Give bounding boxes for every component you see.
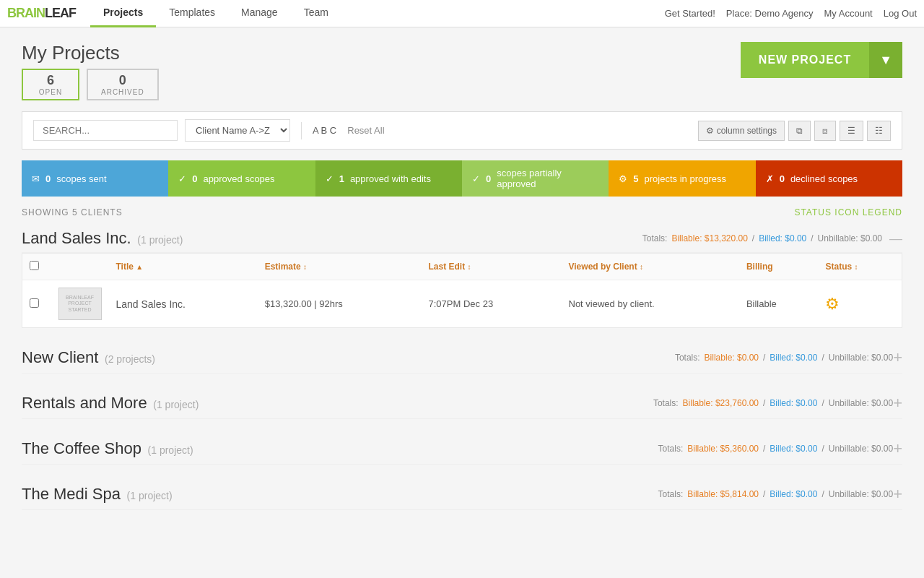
new-client-count: (2 projects) bbox=[105, 353, 155, 365]
expand-coffee-shop-button[interactable]: + bbox=[893, 439, 902, 458]
rentals-name: Rentals and More bbox=[22, 394, 147, 412]
search-input[interactable] bbox=[33, 120, 178, 141]
client-header-medi-spa[interactable]: The Medi Spa (1 project) Totals: Billabl… bbox=[22, 479, 902, 510]
my-account-link[interactable]: My Account bbox=[824, 8, 873, 19]
grid-view-button[interactable]: ☷ bbox=[867, 121, 891, 141]
approved-label: approved scopes bbox=[204, 173, 275, 184]
expand-new-client-button[interactable]: + bbox=[893, 348, 902, 367]
archived-count-box[interactable]: 0 ARCHIVED bbox=[87, 69, 159, 100]
logout-link[interactable]: Log Out bbox=[884, 8, 917, 19]
progress-icon: ⚙ bbox=[619, 173, 627, 184]
settings-icon: ⚙ bbox=[706, 126, 714, 136]
collapse-land-sales-button[interactable]: — bbox=[889, 231, 902, 246]
nav-right: Get Started! Place: Demo Agency My Accou… bbox=[665, 8, 917, 19]
status-bar-approved[interactable]: ✓ 0 approved scopes bbox=[168, 160, 315, 197]
nav-projects[interactable]: Projects bbox=[90, 0, 156, 27]
client-totals-right: Totals: Billable: $13,320.00 / Billed: $… bbox=[642, 231, 902, 246]
coffee-shop-name-area: The Coffee Shop (1 project) bbox=[22, 439, 193, 458]
list-view-button[interactable]: ☰ bbox=[840, 121, 863, 141]
collapse-view-button[interactable]: ⧉ bbox=[788, 121, 811, 141]
new-client-right: Totals: Billable: $0.00 / Billed: $0.00 … bbox=[675, 348, 902, 367]
col-status-header: Status ↕ bbox=[818, 254, 902, 280]
list-icon: ☰ bbox=[847, 126, 855, 136]
declined-icon: ✗ bbox=[766, 173, 774, 184]
nav-manage[interactable]: Manage bbox=[228, 0, 291, 27]
rentals-name-area: Rentals and More (1 project) bbox=[22, 394, 199, 413]
coffee-shop-name: The Coffee Shop bbox=[22, 439, 141, 457]
client-totals-land-sales: Totals: Billable: $13,320.00 / Billed: $… bbox=[642, 233, 882, 243]
logo: BRAINLEAF bbox=[7, 6, 76, 21]
client-header-land-sales: Land Sales Inc. (1 project) Totals: Bill… bbox=[22, 225, 902, 253]
viewed-sort-arrows: ↕ bbox=[640, 263, 643, 271]
rentals-right: Totals: Billable: $23,760.00 / Billed: $… bbox=[653, 394, 902, 413]
row-checkbox[interactable] bbox=[30, 298, 39, 308]
nav-team[interactable]: Team bbox=[291, 0, 341, 27]
new-client-totals: Totals: Billable: $0.00 / Billed: $0.00 … bbox=[675, 353, 893, 363]
approved-icon: ✓ bbox=[178, 173, 186, 184]
project-title[interactable]: Land Sales Inc. bbox=[116, 298, 186, 310]
medi-spa-count: (1 project) bbox=[127, 490, 173, 501]
col-last-edit-header[interactable]: Last Edit ↕ bbox=[422, 254, 562, 280]
col-title-header[interactable]: Title ▲ bbox=[109, 254, 258, 280]
grid-icon: ☷ bbox=[875, 126, 883, 136]
row-estimate-cell: $13,320.00 | 92hrs bbox=[258, 280, 422, 328]
client-name-text: Land Sales Inc. bbox=[22, 229, 131, 247]
sort-select[interactable]: Client Name A->Z bbox=[185, 119, 290, 142]
status-bars: ✉ 0 scopes sent ✓ 0 approved scopes ✓ 1 … bbox=[22, 160, 902, 197]
agency-link[interactable]: Place: Demo Agency bbox=[726, 8, 814, 19]
status-bar-approved-edits[interactable]: ✓ 1 approved with edits bbox=[315, 160, 462, 197]
page-header-left: My Projects 6 OPEN 0 ARCHIVED bbox=[22, 42, 159, 100]
rentals-totals: Totals: Billable: $23,760.00 / Billed: $… bbox=[653, 398, 893, 408]
reset-all-link[interactable]: Reset All bbox=[347, 125, 384, 136]
col-viewed-by-client-header[interactable]: Viewed by Client ↕ bbox=[562, 254, 739, 280]
col-estimate-header[interactable]: Estimate ↕ bbox=[258, 254, 422, 280]
expand-medi-spa-button[interactable]: + bbox=[893, 485, 902, 504]
new-project-main-button[interactable]: NEW PROJECT bbox=[741, 42, 869, 78]
status-bar-declined[interactable]: ✗ 0 declined scopes bbox=[756, 160, 902, 197]
status-bar-progress[interactable]: ⚙ 5 projects in progress bbox=[609, 160, 755, 197]
sent-count: 0 bbox=[45, 173, 51, 184]
open-count-box[interactable]: 6 OPEN bbox=[22, 69, 79, 100]
medi-spa-name-area: The Medi Spa (1 project) bbox=[22, 485, 173, 504]
client-header-coffee-shop[interactable]: The Coffee Shop (1 project) Totals: Bill… bbox=[22, 434, 902, 465]
status-bar-partial[interactable]: ✓ 0 scopes partially approved bbox=[462, 160, 609, 197]
medi-spa-name: The Medi Spa bbox=[22, 485, 121, 503]
approved-count: 0 bbox=[192, 173, 197, 184]
approved-edits-label: approved with edits bbox=[350, 173, 431, 184]
status-gear-icon[interactable]: ⚙ bbox=[825, 295, 840, 313]
nav-templates[interactable]: Templates bbox=[156, 0, 228, 27]
viewed-value: Not viewed by client. bbox=[569, 298, 655, 309]
column-settings-button[interactable]: ⚙ column settings bbox=[698, 121, 785, 141]
declined-count: 0 bbox=[780, 173, 785, 184]
client-header-rentals[interactable]: Rentals and More (1 project) Totals: Bil… bbox=[22, 388, 902, 419]
coffee-shop-totals: Totals: Billable: $5,360.00 / Billed: $0… bbox=[658, 444, 894, 454]
nav-bar: BRAINLEAF Projects Templates Manage Team… bbox=[0, 0, 924, 27]
expand-rentals-button[interactable]: + bbox=[893, 394, 902, 413]
select-all-checkbox[interactable] bbox=[30, 261, 39, 270]
title-sort-arrow: ▲ bbox=[136, 263, 143, 271]
expand-view-button[interactable]: ⧈ bbox=[814, 121, 836, 141]
client-header-new-client[interactable]: New Client (2 projects) Totals: Billable… bbox=[22, 342, 902, 374]
estimate-value: $13,320.00 | 92hrs bbox=[265, 298, 343, 309]
partial-label: scopes partially approved bbox=[497, 168, 598, 189]
client-section-rentals: Rentals and More (1 project) Totals: Bil… bbox=[22, 388, 902, 419]
new-project-dropdown-button[interactable]: ▼ bbox=[869, 42, 902, 78]
abc-filter: A B C bbox=[313, 125, 336, 136]
last-edit-sort-arrows: ↕ bbox=[468, 263, 471, 271]
partial-icon: ✓ bbox=[472, 173, 480, 184]
expand-icon: ⧈ bbox=[822, 126, 828, 136]
rentals-count: (1 project) bbox=[153, 399, 199, 410]
page-header: My Projects 6 OPEN 0 ARCHIVED NEW PROJEC… bbox=[22, 42, 902, 100]
status-bar-sent[interactable]: ✉ 0 scopes sent bbox=[22, 160, 168, 197]
declined-label: declined scopes bbox=[790, 173, 858, 184]
client-section-new-client: New Client (2 projects) Totals: Billable… bbox=[22, 342, 902, 374]
showing-row: SHOWING 5 CLIENTS STATUS ICON LEGEND bbox=[22, 207, 902, 217]
medi-spa-totals: Totals: Billable: $5,814.00 / Billed: $0… bbox=[658, 489, 894, 499]
abc-label[interactable]: A B C bbox=[313, 125, 336, 136]
row-billing-cell: Billable bbox=[739, 280, 819, 328]
new-client-name: New Client bbox=[22, 348, 98, 366]
status-icon-legend-link[interactable]: STATUS ICON LEGEND bbox=[794, 207, 902, 217]
estimate-sort-arrows: ↕ bbox=[303, 263, 307, 271]
col-checkbox bbox=[22, 254, 51, 280]
get-started-link[interactable]: Get Started! bbox=[665, 8, 715, 19]
